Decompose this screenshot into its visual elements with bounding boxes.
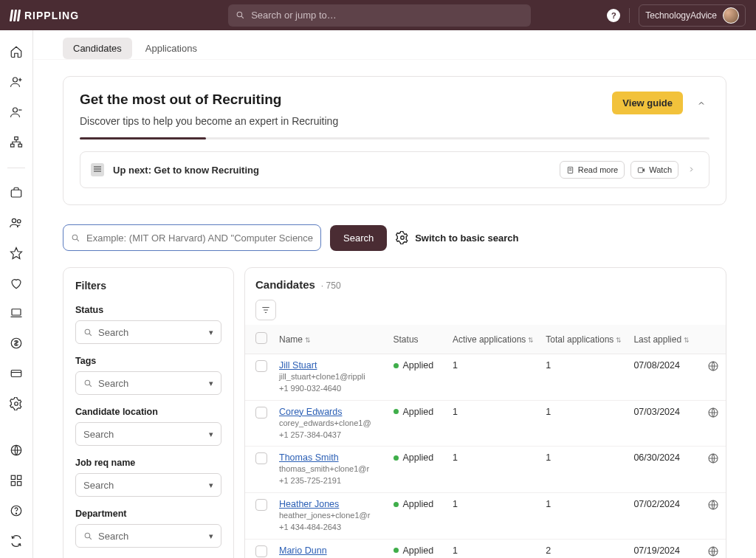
read-more-button[interactable]: Read more [560, 161, 625, 179]
help-icon[interactable]: ? [607, 9, 620, 22]
filter-department-field[interactable]: Search ▾ [75, 524, 221, 548]
person-remove-icon[interactable] [9, 106, 24, 120]
view-guide-button[interactable]: View guide [612, 92, 683, 114]
globe-icon[interactable] [707, 360, 719, 372]
card-icon[interactable] [9, 367, 24, 381]
heart-icon[interactable] [9, 276, 24, 290]
filter-placeholder: Search [83, 429, 114, 440]
sync-icon[interactable] [9, 534, 24, 548]
candidate-search-field[interactable] [86, 232, 313, 244]
tab-applications[interactable]: Applications [135, 38, 207, 59]
read-more-label: Read more [578, 165, 618, 174]
candidate-name-link[interactable]: Corey Edwards [279, 407, 342, 417]
people-icon[interactable] [9, 216, 24, 230]
brand-logo[interactable]: RIPPLING [10, 10, 79, 21]
row-checkbox[interactable] [255, 452, 267, 464]
candidate-phone: +1 990-032-4640 [279, 383, 382, 394]
table-filter-button[interactable] [255, 300, 276, 320]
row-checkbox[interactable] [255, 360, 267, 372]
active-apps-cell: 1 [447, 400, 540, 447]
col-active-header[interactable]: Active applications⇅ [447, 325, 540, 354]
candidate-name-link[interactable]: Mario Dunn [279, 545, 327, 556]
select-all-checkbox[interactable] [255, 332, 267, 344]
candidate-search-input[interactable] [63, 224, 321, 251]
status-cell: Applied [394, 499, 441, 509]
row-checkbox[interactable] [255, 545, 267, 557]
document-icon [91, 163, 104, 176]
col-last-header[interactable]: Last applied⇅ [628, 325, 701, 354]
tab-candidates[interactable]: Candidates [63, 38, 132, 59]
filters-heading: Filters [75, 280, 221, 292]
help-nav-icon[interactable] [9, 503, 24, 517]
switch-search-mode[interactable]: Switch to basic search [396, 231, 518, 244]
watch-button[interactable]: Watch [630, 161, 678, 179]
candidate-name-link[interactable]: Thomas Smith [279, 452, 339, 463]
collapse-guide-button[interactable] [693, 95, 709, 111]
candidate-name-link[interactable]: Heather Jones [279, 499, 339, 509]
status-dot-icon [394, 363, 399, 368]
search-icon [83, 379, 93, 388]
svg-point-11 [12, 218, 16, 222]
star-icon[interactable] [9, 246, 24, 260]
col-total-header[interactable]: Total applications⇅ [540, 325, 628, 354]
col-name-header[interactable]: Name⇅ [273, 325, 388, 354]
status-cell: Applied [394, 360, 441, 371]
table-row: Corey Edwardscorey_edwards+clone1@+1 257… [245, 400, 726, 447]
filter-placeholder: Search [98, 531, 128, 542]
org-switcher[interactable]: TechnologyAdvice [639, 4, 746, 27]
table-row: Mario Dunnmario_dunn+clone1@ripp+1 987-0… [245, 539, 726, 558]
laptop-icon[interactable] [9, 306, 24, 320]
globe-icon[interactable] [707, 545, 719, 557]
status-text: Applied [403, 452, 434, 463]
svg-point-32 [72, 235, 78, 240]
guide-card: Get the most out of Recruiting Discover … [63, 76, 726, 205]
row-checkbox[interactable] [255, 499, 267, 511]
status-cell: Applied [394, 452, 441, 463]
search-icon [236, 10, 245, 20]
globe-nav-icon[interactable] [9, 444, 24, 458]
filter-location-field[interactable]: Search ▾ [75, 422, 221, 446]
filter-tags-field[interactable]: Search ▾ [75, 371, 221, 395]
status-cell: Applied [394, 545, 441, 556]
switch-search-label: Switch to basic search [415, 232, 518, 244]
status-text: Applied [403, 407, 434, 417]
candidate-phone: +1 434-484-2643 [279, 522, 382, 533]
watch-label: Watch [649, 165, 672, 174]
globe-icon[interactable] [707, 452, 719, 464]
candidate-name-link[interactable]: Jill Stuart [279, 360, 317, 371]
svg-point-2 [13, 78, 18, 82]
status-cell: Applied [394, 407, 441, 417]
home-icon[interactable] [9, 45, 24, 59]
svg-point-35 [85, 329, 90, 334]
svg-rect-8 [11, 144, 15, 147]
person-add-icon[interactable] [9, 75, 24, 89]
total-apps-cell: 2 [540, 539, 628, 558]
table-count: · 750 [321, 280, 341, 291]
search-button[interactable]: Search [330, 225, 387, 251]
briefcase-icon[interactable] [9, 186, 24, 200]
table-row: Jill Stuartjill_stuart+clone1@rippli+1 9… [245, 354, 726, 401]
orgchart-icon[interactable] [9, 136, 24, 150]
filter-status-field[interactable]: Search ▾ [75, 320, 221, 344]
apps-icon[interactable] [9, 473, 24, 487]
gear-icon[interactable] [9, 397, 24, 411]
global-search[interactable]: Search or jump to… [228, 4, 531, 27]
row-checkbox[interactable] [255, 407, 267, 418]
guide-title: Get the most out of Recruiting [80, 92, 338, 108]
upnext-next-button[interactable] [684, 165, 698, 176]
svg-point-34 [401, 236, 405, 240]
globe-icon[interactable] [707, 499, 719, 511]
filter-jobreq-field[interactable]: Search ▾ [75, 473, 221, 497]
candidate-phone: +1 235-725-2191 [279, 475, 382, 486]
total-apps-cell: 1 [540, 354, 628, 401]
chevron-down-icon: ▾ [209, 430, 213, 439]
filter-jobreq-label: Job req name [75, 458, 221, 468]
dollar-icon[interactable] [9, 337, 24, 351]
filter-placeholder: Search [98, 378, 128, 389]
col-status-header[interactable]: Status [388, 325, 447, 354]
globe-icon[interactable] [707, 407, 719, 418]
page-tabs: Candidates Applications [33, 30, 756, 60]
svg-point-0 [237, 12, 242, 17]
last-applied-cell: 07/08/2024 [628, 354, 701, 401]
table-title: Candidates [255, 278, 315, 291]
